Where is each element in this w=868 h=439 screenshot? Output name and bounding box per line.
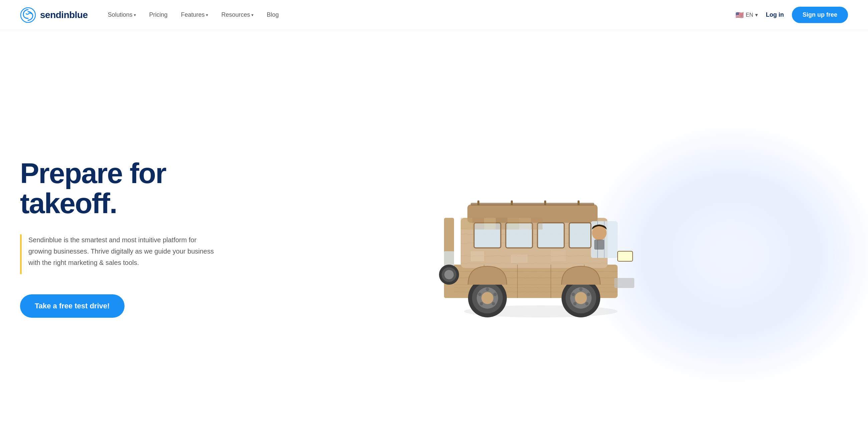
nav-item-pricing[interactable]: Pricing bbox=[149, 11, 167, 18]
svg-rect-47 bbox=[618, 251, 633, 261]
signup-button[interactable]: Sign up free bbox=[792, 7, 848, 23]
hero-left: Prepare for takeoff. Sendinblue is the s… bbox=[20, 158, 220, 318]
navbar-right: 🇺🇸 EN ▾ Log in Sign up free bbox=[736, 7, 848, 23]
svg-rect-54 bbox=[471, 203, 594, 205]
chevron-down-icon: ▾ bbox=[251, 13, 253, 18]
van-svg bbox=[417, 151, 651, 325]
svg-rect-78 bbox=[531, 218, 542, 230]
svg-rect-19 bbox=[594, 239, 604, 250]
nav-item-resources[interactable]: Resources ▾ bbox=[221, 11, 253, 18]
svg-rect-56 bbox=[511, 201, 513, 205]
lang-code: EN bbox=[746, 12, 753, 18]
nav-link-features[interactable]: Features ▾ bbox=[181, 11, 208, 18]
svg-point-45 bbox=[571, 293, 575, 296]
svg-point-33 bbox=[493, 293, 497, 296]
flag-icon: 🇺🇸 bbox=[736, 11, 744, 19]
language-selector[interactable]: 🇺🇸 EN ▾ bbox=[736, 11, 758, 19]
svg-rect-77 bbox=[519, 218, 531, 230]
svg-rect-58 bbox=[578, 201, 580, 205]
svg-rect-74 bbox=[484, 218, 496, 230]
svg-point-35 bbox=[480, 302, 483, 305]
nav-link-solutions[interactable]: Solutions ▾ bbox=[108, 11, 136, 18]
chevron-down-icon: ▾ bbox=[134, 13, 136, 18]
chevron-down-icon: ▾ bbox=[755, 12, 758, 18]
hero-title: Prepare for takeoff. bbox=[20, 158, 220, 218]
hero-section: Prepare for takeoff. Sendinblue is the s… bbox=[0, 30, 868, 439]
svg-rect-46 bbox=[614, 278, 634, 288]
hero-right bbox=[220, 138, 848, 338]
svg-point-36 bbox=[478, 293, 482, 296]
cta-button[interactable]: Take a free test drive! bbox=[20, 294, 125, 318]
chevron-down-icon: ▾ bbox=[206, 13, 208, 18]
svg-rect-13 bbox=[569, 223, 591, 248]
svg-rect-80 bbox=[511, 255, 527, 263]
svg-rect-55 bbox=[477, 201, 479, 205]
yellow-accent-bar bbox=[20, 234, 22, 274]
svg-rect-75 bbox=[496, 218, 507, 230]
svg-rect-81 bbox=[551, 250, 566, 261]
svg-rect-72 bbox=[461, 218, 472, 230]
logo-link[interactable]: sendinblue bbox=[20, 7, 88, 23]
svg-point-34 bbox=[492, 302, 495, 305]
navbar-left: sendinblue Solutions ▾ Pricing Features … bbox=[20, 7, 279, 23]
svg-point-32 bbox=[486, 288, 489, 291]
nav-links: Solutions ▾ Pricing Features ▾ Resources… bbox=[108, 11, 279, 18]
svg-point-43 bbox=[585, 302, 589, 305]
svg-rect-57 bbox=[544, 201, 546, 205]
svg-point-41 bbox=[579, 288, 583, 291]
svg-point-44 bbox=[573, 302, 577, 305]
svg-point-40 bbox=[575, 292, 587, 304]
login-link[interactable]: Log in bbox=[766, 11, 784, 18]
logo-text: sendinblue bbox=[40, 10, 88, 20]
hero-description-container: Sendinblue is the smartest and most intu… bbox=[20, 234, 220, 274]
svg-rect-76 bbox=[507, 218, 519, 230]
svg-rect-79 bbox=[471, 251, 484, 261]
nav-link-pricing[interactable]: Pricing bbox=[149, 11, 167, 18]
nav-item-features[interactable]: Features ▾ bbox=[181, 11, 208, 18]
svg-point-31 bbox=[482, 292, 493, 304]
nav-link-resources[interactable]: Resources ▾ bbox=[221, 11, 253, 18]
nav-item-solutions[interactable]: Solutions ▾ bbox=[108, 11, 136, 18]
navbar: sendinblue Solutions ▾ Pricing Features … bbox=[0, 0, 868, 30]
van-illustration bbox=[417, 151, 651, 325]
sendinblue-logo-icon bbox=[20, 7, 36, 23]
nav-item-blog[interactable]: Blog bbox=[267, 11, 279, 18]
svg-rect-73 bbox=[472, 218, 484, 230]
svg-point-42 bbox=[587, 293, 590, 296]
svg-point-53 bbox=[444, 270, 454, 279]
nav-link-blog[interactable]: Blog bbox=[267, 11, 279, 18]
hero-description: Sendinblue is the smartest and most intu… bbox=[28, 234, 220, 268]
